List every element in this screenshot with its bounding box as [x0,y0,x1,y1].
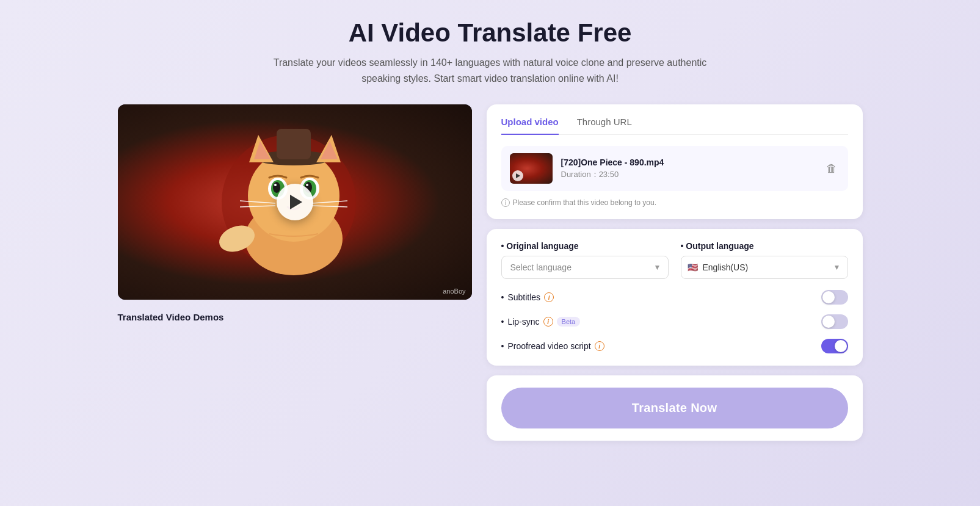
video-player[interactable]: anoBoy [118,104,472,300]
proofread-info-icon: i [595,341,604,351]
proofread-label: Proofread video script i [501,341,604,351]
page-subtitle: Translate your videos seamlessly in 140+… [258,55,722,86]
lipsync-toggle[interactable] [821,314,848,329]
tab-upload[interactable]: Upload video [501,117,559,134]
language-section: Original language Select language ▼ Outp… [501,241,848,279]
lipsync-row: Lip-sync i Beta [501,314,848,329]
right-panel: Upload video Through URL [720]One Piece … [487,104,863,441]
thumb-play-icon [512,170,523,181]
confirm-text: i Please confirm that this video belong … [501,198,848,207]
lipsync-label: Lip-sync i Beta [501,317,581,327]
file-info: [720]One Piece - 890.mp4 Duration：23:50 [561,157,815,180]
svg-point-13 [273,182,280,193]
output-lang-label: Output language [681,241,848,251]
original-lang-select-wrapper: Select language ▼ [501,256,669,279]
page-title: AI Video Translate Free [118,18,863,48]
beta-badge: Beta [557,317,581,327]
proofread-row: Proofread video script i [501,339,848,353]
subtitles-row: Subtitles i [501,290,848,305]
language-card: Original language Select language ▼ Outp… [487,229,863,366]
proofread-toggle[interactable] [821,339,848,353]
svg-point-15 [274,184,277,186]
lipsync-toggle-knob [822,316,835,328]
demos-label: Translated Video Demos [118,312,472,322]
original-lang-label: Original language [501,241,669,251]
file-duration: Duration：23:50 [561,169,815,180]
video-watermark: anoBoy [443,287,465,295]
output-lang-select-wrapper: 🇺🇸 English(US) ▼ [681,256,848,279]
subtitles-info-icon: i [544,292,554,302]
play-button[interactable] [277,184,313,220]
output-lang-group: Output language 🇺🇸 English(US) ▼ [681,241,848,279]
tabs: Upload video Through URL [501,117,848,135]
output-lang-value: English(US) [703,262,749,272]
file-name: [720]One Piece - 890.mp4 [561,157,815,167]
options-section: Subtitles i Lip-sync i Beta [501,290,848,353]
output-lang-flag: 🇺🇸 [688,262,698,272]
svg-rect-4 [277,129,311,159]
confirm-info-icon: i [501,198,510,207]
subtitles-toggle[interactable] [821,290,848,305]
subtitles-toggle-knob [822,291,835,303]
output-lang-select[interactable]: 🇺🇸 English(US) [681,256,848,279]
file-row: [720]One Piece - 890.mp4 Duration：23:50 … [501,146,848,191]
proofread-toggle-knob [835,340,847,352]
file-thumbnail [510,153,553,184]
upload-card: Upload video Through URL [720]One Piece … [487,104,863,219]
subtitles-label: Subtitles i [501,292,554,302]
play-icon [290,195,302,209]
original-lang-group: Original language Select language ▼ [501,241,669,279]
delete-button[interactable]: 🗑 [824,160,840,178]
translate-button[interactable]: Translate Now [501,388,848,428]
tab-url[interactable]: Through URL [577,117,632,134]
svg-point-16 [306,184,308,186]
translate-card: Translate Now [487,375,863,441]
lipsync-info-icon: i [543,317,553,327]
original-lang-select[interactable]: Select language [501,256,669,279]
video-section: anoBoy Translated Video Demos [118,104,472,322]
